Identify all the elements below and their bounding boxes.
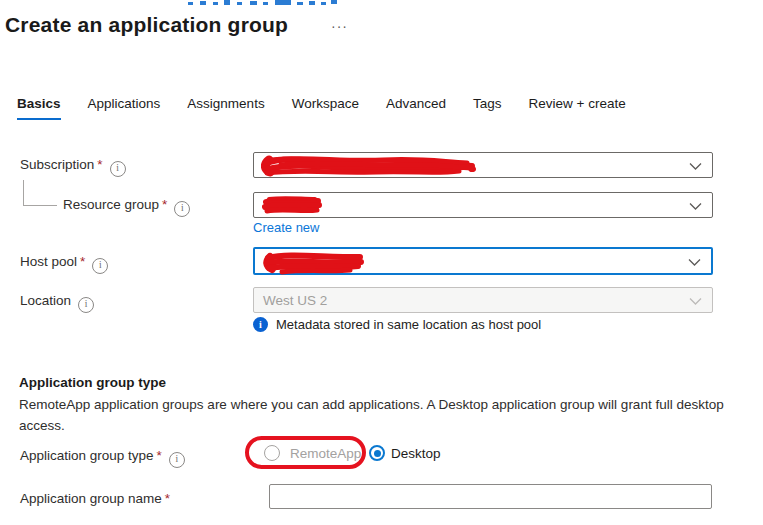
app-group-type-label: Application group type*i: [20, 448, 185, 468]
required-asterisk: *: [157, 448, 162, 463]
resource-group-label: Resource group*i: [63, 197, 190, 217]
location-value: West US 2: [263, 293, 327, 308]
app-group-name-label: Application group name*: [20, 491, 170, 506]
wizard-tabs: Basics Applications Assignments Workspac…: [17, 96, 626, 120]
create-new-link[interactable]: Create new: [253, 220, 319, 235]
radio-remoteapp[interactable]: [264, 445, 280, 461]
redaction-scribble: [262, 251, 366, 275]
more-options-button[interactable]: ···: [331, 18, 348, 34]
subscription-label: Subscription*i: [20, 157, 126, 177]
radio-remoteapp-label: RemoteApp: [290, 446, 361, 461]
subscription-dropdown[interactable]: [253, 152, 713, 178]
resource-group-dropdown[interactable]: [253, 192, 713, 218]
chevron-down-icon: [689, 202, 702, 211]
info-icon[interactable]: i: [78, 297, 94, 313]
location-label: Locationi: [20, 293, 94, 313]
chevron-down-icon: [688, 258, 701, 267]
redaction-scribble: [261, 155, 477, 177]
location-info-note: i Metadata stored in same location as ho…: [253, 317, 541, 332]
app-group-name-input[interactable]: [269, 484, 712, 509]
required-asterisk: *: [162, 197, 167, 212]
info-icon[interactable]: i: [174, 201, 190, 217]
host-pool-label: Host pool*i: [20, 254, 108, 274]
section-title: Application group type: [19, 375, 166, 390]
tree-connector-horizontal: [23, 205, 57, 206]
radio-desktop[interactable]: [369, 445, 385, 461]
required-asterisk: *: [80, 254, 85, 269]
create-application-group-page: Create an application group ··· Basics A…: [0, 0, 763, 525]
location-info-text: Metadata stored in same location as host…: [276, 317, 541, 332]
tab-workspace[interactable]: Workspace: [292, 96, 359, 120]
radio-desktop-label: Desktop: [391, 446, 441, 461]
chevron-down-icon: [689, 162, 702, 171]
chevron-down-icon: [689, 297, 702, 306]
host-pool-dropdown[interactable]: [253, 247, 713, 275]
tab-applications[interactable]: Applications: [88, 96, 161, 120]
tab-advanced[interactable]: Advanced: [386, 96, 446, 120]
tab-tags[interactable]: Tags: [473, 96, 502, 120]
redaction-scribble: [261, 195, 323, 217]
info-icon[interactable]: i: [110, 161, 126, 177]
required-asterisk: *: [97, 157, 102, 172]
info-icon[interactable]: i: [169, 452, 185, 468]
section-description: RemoteApp application groups are where y…: [19, 394, 741, 436]
info-icon[interactable]: i: [92, 258, 108, 274]
required-asterisk: *: [165, 491, 170, 506]
info-filled-icon: i: [253, 317, 268, 332]
tree-connector-vertical: [23, 180, 24, 206]
page-title: Create an application group: [5, 13, 288, 37]
location-dropdown-disabled: West US 2: [253, 287, 713, 313]
tab-assignments[interactable]: Assignments: [187, 96, 264, 120]
tab-basics[interactable]: Basics: [17, 96, 61, 120]
tab-review-create[interactable]: Review + create: [529, 96, 626, 120]
